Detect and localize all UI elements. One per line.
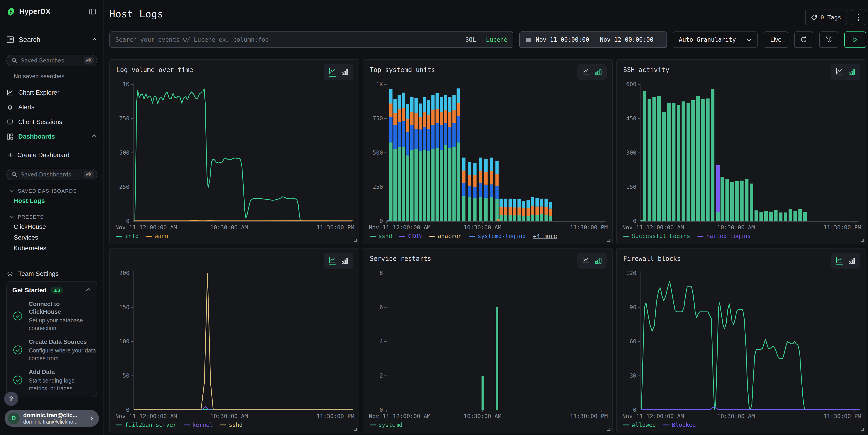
get-started-card: Get Started 3/3 Connect to ClickHouse Se… xyxy=(6,281,97,397)
date-range-input[interactable]: Nov 11 00:00:00 - Nov 12 00:00:00 xyxy=(519,31,667,48)
chart-plot[interactable]: 02505007501KNov 11 12:00:00 AM10:30:00 A… xyxy=(115,76,354,233)
legend-item[interactable]: sshd xyxy=(220,422,243,428)
svg-text:10:30:00 AM: 10:30:00 AM xyxy=(717,413,755,420)
get-started-item-connect[interactable]: Connect to ClickHouse Set up your databa… xyxy=(12,300,91,332)
bar-chart-toggle-icon[interactable] xyxy=(595,69,602,75)
legend-item[interactable]: Failed Logins xyxy=(698,233,751,239)
chart-plot[interactable]: 02468Nov 11 12:00:00 AM10:30:00 AM11:30:… xyxy=(369,265,608,422)
get-started-item-sources[interactable]: Create Data Sources Configure where your… xyxy=(12,338,91,362)
bar-chart-toggle-icon[interactable] xyxy=(848,69,855,75)
chevron-up-icon xyxy=(92,36,97,43)
panel-resize-handle[interactable] xyxy=(607,428,611,431)
panel-service-restarts: Service restarts02468Nov 11 12:00:00 AM1… xyxy=(363,248,613,433)
get-started-item-add-data[interactable]: Add Data Start sending logs, metrics, or… xyxy=(12,368,91,392)
panel-ssh-activity: SSH activity0150300450600Nov 11 12:00:00… xyxy=(616,59,866,244)
chart-plot[interactable]: 0306090120Nov 11 12:00:00 AM10:30:00 AM1… xyxy=(622,265,861,422)
event-search-input[interactable]: Search your events w/ Lucene ex. column:… xyxy=(110,31,513,48)
bar-chart-toggle-icon[interactable] xyxy=(341,257,348,264)
sidebar-item-client-sessions[interactable]: Client Sessions xyxy=(0,115,103,129)
refresh-icon xyxy=(800,36,808,43)
sidebar-item-chart-explorer[interactable]: Chart Explorer xyxy=(0,85,103,100)
panel-menu-button[interactable] xyxy=(851,9,866,25)
legend-item[interactable]: Successful Logins xyxy=(623,233,690,239)
legend-dash xyxy=(469,236,475,237)
sidebar-item-team-settings[interactable]: Team Settings xyxy=(0,266,103,281)
chevron-down-icon xyxy=(9,215,14,220)
lang-divider: | xyxy=(479,36,483,43)
live-button[interactable]: Live xyxy=(764,31,788,48)
user-menu[interactable]: D dominic.tran@clic... dominic.tran@clic… xyxy=(5,410,99,427)
legend-item[interactable]: systemd-logind xyxy=(469,233,526,239)
chart-plot[interactable]: 0150300450600Nov 11 12:00:00 AM10:30:00 … xyxy=(622,76,861,233)
sidebar-item-clickhouse[interactable]: ClickHouse xyxy=(0,222,103,232)
panel-resize-handle[interactable] xyxy=(861,428,864,431)
panel-resize-handle[interactable] xyxy=(354,239,357,242)
lucene-toggle[interactable]: Lucene xyxy=(486,36,507,43)
panel-resize-handle[interactable] xyxy=(861,239,864,242)
legend-item[interactable]: sshd xyxy=(370,233,392,239)
section-presets[interactable]: PRESETS xyxy=(0,213,103,222)
legend-item[interactable]: kernel xyxy=(184,422,213,428)
legend-item[interactable]: fail2ban-server xyxy=(116,422,177,428)
run-query-button[interactable] xyxy=(844,31,866,48)
sidebar-item-services[interactable]: Services xyxy=(0,232,103,243)
play-icon xyxy=(852,36,859,43)
panel-resize-handle[interactable] xyxy=(354,428,357,431)
line-chart-toggle-icon[interactable] xyxy=(836,256,843,266)
legend-item[interactable]: systemd xyxy=(370,422,402,428)
tags-button[interactable]: 0 Tags xyxy=(805,9,847,25)
sidebar-item-dashboards[interactable]: Dashboards xyxy=(0,129,103,144)
sidebar-item-alerts[interactable]: Alerts xyxy=(0,100,103,115)
collapse-sidebar-button[interactable] xyxy=(88,7,97,16)
line-chart-toggle-icon[interactable] xyxy=(582,67,589,76)
saved-dashboards-input[interactable]: Saved Dashboards ⌘K xyxy=(6,169,97,180)
sidebar-item-search[interactable]: Search xyxy=(0,31,103,48)
legend-item[interactable]: Blocked xyxy=(663,422,696,428)
section-label: SAVED DASHBOARDS xyxy=(18,188,77,194)
legend-item[interactable]: Allowed xyxy=(623,422,656,428)
line-chart-toggle-icon[interactable] xyxy=(836,67,843,76)
svg-text:0: 0 xyxy=(126,218,129,224)
panel-top-systemd-units: Top systemd units02505007501KNov 11 12:0… xyxy=(363,59,613,244)
granularity-select[interactable]: Auto Granularity xyxy=(673,31,758,48)
legend-label: systemd-logind xyxy=(478,233,526,239)
svg-text:150: 150 xyxy=(119,304,129,311)
search-placeholder: Search your events w/ Lucene ex. column:… xyxy=(115,36,465,43)
legend-item[interactable]: anacron xyxy=(429,233,462,239)
create-dashboard-button[interactable]: Create Dashboard xyxy=(0,148,103,162)
chart-legend: Successful LoginsFailed Logins xyxy=(623,233,751,239)
chart-legend: AllowedBlocked xyxy=(623,422,696,428)
sidebar-item-host-logs[interactable]: Host Logs xyxy=(0,196,103,206)
sidebar-item-kubernetes[interactable]: Kubernetes xyxy=(0,243,103,253)
bar-chart-toggle-icon[interactable] xyxy=(595,257,602,264)
svg-text:60: 60 xyxy=(629,338,637,345)
nav-label: Chart Explorer xyxy=(18,89,60,96)
svg-text:500: 500 xyxy=(373,149,383,156)
svg-text:10:30:00 AM: 10:30:00 AM xyxy=(464,224,501,231)
avatar: D xyxy=(8,412,20,424)
filter-button[interactable] xyxy=(819,31,838,48)
chart-plot[interactable]: 02505007501KNov 11 12:00:00 AM10:30:00 A… xyxy=(369,76,608,233)
refresh-button[interactable] xyxy=(794,31,813,48)
chevron-up-icon[interactable] xyxy=(85,287,91,294)
line-chart-toggle-icon[interactable] xyxy=(329,256,336,266)
line-chart-toggle-icon[interactable] xyxy=(582,256,589,266)
legend-item[interactable]: warn xyxy=(146,233,168,239)
legend-dash xyxy=(184,425,190,426)
hyperdx-logo-icon xyxy=(6,7,16,16)
chart-plot[interactable]: 050100150200Nov 11 12:00:00 AM10:30:00 A… xyxy=(115,265,354,422)
bar-chart-toggle-icon[interactable] xyxy=(341,69,348,75)
panel-resize-handle[interactable] xyxy=(607,239,611,242)
sql-toggle[interactable]: SQL xyxy=(465,36,476,43)
legend-item[interactable]: +4 more xyxy=(533,233,557,239)
legend-item[interactable]: CRON xyxy=(399,233,422,239)
svg-text:200: 200 xyxy=(119,270,129,276)
svg-text:10:30:00 AM: 10:30:00 AM xyxy=(210,224,248,231)
saved-searches-input[interactable]: Saved Searches ⌘K xyxy=(6,55,97,66)
section-saved-dashboards[interactable]: SAVED DASHBOARDS xyxy=(0,187,103,196)
help-button[interactable]: ? xyxy=(4,392,18,406)
line-chart-toggle-icon[interactable] xyxy=(329,67,336,76)
legend-item[interactable]: info xyxy=(116,233,138,239)
bar-chart-toggle-icon[interactable] xyxy=(848,257,855,264)
nav-label: Client Sessions xyxy=(18,118,62,126)
